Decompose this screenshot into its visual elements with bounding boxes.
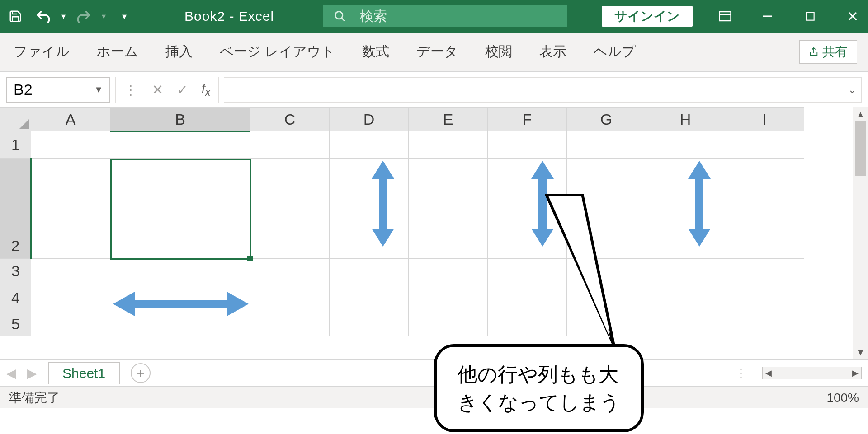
scroll-up-icon[interactable]: ▲ bbox=[856, 109, 865, 120]
tab-view[interactable]: 表示 bbox=[539, 42, 566, 61]
row-header[interactable]: 5 bbox=[0, 312, 31, 336]
fx-icon[interactable]: fx bbox=[202, 81, 210, 98]
app-title: Book2 - Excel bbox=[184, 9, 274, 24]
svg-rect-2 bbox=[720, 12, 731, 21]
tab-pagelayout[interactable]: ページ レイアウト bbox=[220, 42, 335, 61]
quick-access-toolbar: ▾ ▾ ▾ Book2 - Excel 検索 bbox=[5, 5, 567, 27]
status-ready: 準備完了 bbox=[9, 389, 60, 406]
signin-button[interactable]: サインイン bbox=[602, 6, 693, 27]
col-header[interactable]: H bbox=[646, 108, 725, 131]
cancel-icon[interactable]: ✕ bbox=[152, 82, 163, 98]
expand-formula-icon[interactable]: ⌄ bbox=[848, 84, 856, 96]
sheet-tab-active[interactable]: Sheet1 bbox=[48, 362, 120, 384]
titlebar: ▾ ▾ ▾ Book2 - Excel 検索 サインイン bbox=[0, 0, 868, 33]
search-input[interactable]: 検索 bbox=[323, 5, 567, 27]
qat-customize-icon[interactable]: ▾ bbox=[122, 11, 127, 22]
tab-file[interactable]: ファイル bbox=[14, 42, 70, 61]
col-header[interactable]: C bbox=[250, 108, 330, 131]
col-header[interactable]: D bbox=[330, 108, 409, 131]
row-header[interactable]: 4 bbox=[0, 284, 31, 312]
search-icon bbox=[334, 10, 346, 23]
col-header[interactable]: E bbox=[409, 108, 488, 131]
search-placeholder: 検索 bbox=[360, 7, 387, 26]
col-header[interactable]: F bbox=[488, 108, 567, 131]
redo-icon bbox=[74, 6, 94, 26]
tab-help[interactable]: ヘルプ bbox=[594, 42, 636, 61]
col-header[interactable]: G bbox=[567, 108, 646, 131]
enter-icon[interactable]: ✓ bbox=[177, 82, 188, 98]
new-sheet-button[interactable]: ＋ bbox=[131, 363, 151, 383]
maximize-icon[interactable] bbox=[800, 6, 820, 26]
svg-line-1 bbox=[342, 18, 345, 21]
spreadsheet-grid[interactable]: A B C D E F G H I 1 2 3 4 5 bbox=[0, 107, 804, 336]
callout-bubble: 他の行や列もも大 きくなってしまう bbox=[434, 344, 644, 432]
col-header[interactable]: A bbox=[31, 108, 110, 131]
chevron-down-icon[interactable]: ▼ bbox=[94, 84, 103, 95]
row-header[interactable]: 3 bbox=[0, 259, 31, 284]
row-header-selected[interactable]: 2 bbox=[0, 159, 31, 259]
callout-line2: きくなってしまう bbox=[458, 388, 620, 416]
col-header[interactable]: I bbox=[725, 108, 804, 131]
save-icon[interactable] bbox=[5, 6, 25, 26]
dots-icon: ⋮ bbox=[124, 82, 138, 98]
share-icon bbox=[809, 47, 819, 57]
share-button[interactable]: 共有 bbox=[799, 40, 857, 64]
sheet-nav-next-icon[interactable]: ▶ bbox=[27, 366, 37, 381]
formula-tools: ⋮ ✕ ✓ fx bbox=[115, 77, 219, 103]
close-icon[interactable] bbox=[843, 6, 863, 26]
scroll-thumb[interactable] bbox=[855, 121, 866, 176]
name-box[interactable]: B2 ▼ bbox=[6, 77, 110, 103]
formula-bar: B2 ▼ ⋮ ✕ ✓ fx ⌄ bbox=[0, 72, 868, 107]
vertical-scrollbar[interactable]: ▲ ▼ bbox=[853, 107, 868, 359]
tab-review[interactable]: 校閲 bbox=[485, 42, 512, 61]
scroll-right-icon[interactable]: ▶ bbox=[852, 368, 859, 378]
minimize-icon[interactable] bbox=[758, 6, 778, 26]
tab-home[interactable]: ホーム bbox=[97, 42, 138, 61]
callout-line1: 他の行や列もも大 bbox=[458, 360, 620, 388]
titlebar-right: サインイン bbox=[602, 6, 863, 27]
undo-icon[interactable] bbox=[33, 6, 53, 26]
svg-point-0 bbox=[335, 12, 343, 19]
undo-dropdown-icon[interactable]: ▾ bbox=[61, 11, 66, 21]
scroll-left-icon[interactable]: ◀ bbox=[765, 368, 772, 378]
redo-dropdown-icon: ▾ bbox=[102, 11, 106, 21]
zoom-value[interactable]: 100% bbox=[826, 391, 859, 405]
grid-area: A B C D E F G H I 1 2 3 4 5 ▲ ▼ bbox=[0, 107, 868, 360]
share-label: 共有 bbox=[822, 43, 848, 61]
ribbon-tabs: ファイル ホーム 挿入 ページ レイアウト 数式 データ 校閲 表示 ヘルプ 共… bbox=[0, 33, 868, 72]
svg-rect-5 bbox=[806, 12, 814, 20]
select-all-corner[interactable] bbox=[0, 108, 31, 131]
scroll-down-icon[interactable]: ▼ bbox=[856, 347, 865, 358]
row-header[interactable]: 1 bbox=[0, 131, 31, 159]
sheet-nav-prev-icon[interactable]: ◀ bbox=[6, 366, 16, 381]
ribbon-display-icon[interactable] bbox=[715, 6, 735, 26]
sheet-options-icon[interactable]: ⋮ bbox=[735, 366, 747, 380]
horizontal-scrollbar[interactable]: ◀ ▶ bbox=[762, 367, 862, 379]
col-header-selected[interactable]: B bbox=[110, 108, 250, 131]
name-box-value: B2 bbox=[14, 81, 33, 98]
tab-formulas[interactable]: 数式 bbox=[362, 42, 389, 61]
tab-data[interactable]: データ bbox=[416, 42, 458, 61]
formula-input[interactable]: ⌄ bbox=[224, 77, 862, 103]
tab-insert[interactable]: 挿入 bbox=[165, 42, 193, 61]
